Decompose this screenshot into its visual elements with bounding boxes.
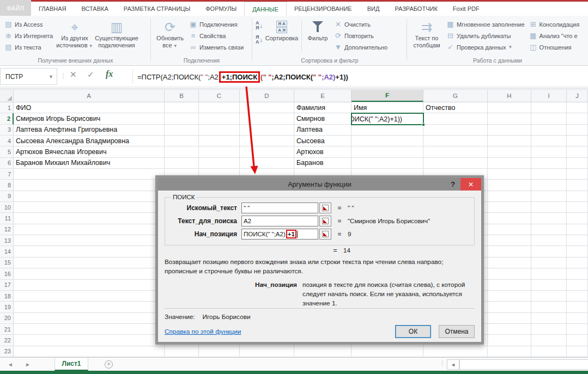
cell-H15[interactable]: [488, 257, 531, 268]
cell-F6[interactable]: [351, 158, 423, 169]
cell-J16[interactable]: [567, 268, 588, 279]
ribbon-button[interactable]: ▥Существующие подключения: [94, 17, 139, 54]
cell-F4[interactable]: [351, 136, 423, 146]
cell-A9[interactable]: [14, 191, 165, 202]
cell-H17[interactable]: [488, 280, 531, 291]
cell-I23[interactable]: [531, 346, 567, 357]
cell-I13[interactable]: [531, 235, 567, 246]
cell-C4[interactable]: [199, 136, 240, 146]
cell-A16[interactable]: [14, 268, 165, 279]
column-header-F[interactable]: F: [351, 90, 423, 102]
cell-H12[interactable]: [488, 224, 531, 235]
cell-C23[interactable]: [199, 346, 240, 357]
cell-B6[interactable]: [165, 158, 199, 169]
ribbon-button[interactable]: ✕Очистить: [332, 19, 390, 30]
cell-A23[interactable]: [14, 346, 165, 357]
row-header-21[interactable]: 21: [0, 324, 14, 335]
column-header-G[interactable]: G: [423, 90, 488, 102]
tab-вид[interactable]: ВИД: [360, 2, 387, 16]
cell-J2[interactable]: [567, 113, 588, 124]
cell-A12[interactable]: [14, 224, 165, 235]
row-header-13[interactable]: 13: [0, 235, 14, 246]
cell-A5[interactable]: Артюхов Вячеслав Игоревич: [14, 146, 165, 157]
cell-H13[interactable]: [488, 235, 531, 246]
cell-I3[interactable]: [531, 125, 567, 136]
cell-J13[interactable]: [567, 235, 588, 246]
cell-H14[interactable]: [488, 246, 531, 257]
name-box-dropdown-icon[interactable]: ▼: [49, 74, 53, 79]
row-header-17[interactable]: 17: [0, 280, 14, 291]
cell-A7[interactable]: [14, 169, 165, 180]
cancel-entry-icon[interactable]: ✕: [70, 70, 77, 79]
dialog-titlebar[interactable]: Аргументы функции ? ✕: [158, 178, 481, 191]
row-header-22[interactable]: 22: [0, 335, 14, 346]
column-header-B[interactable]: B: [165, 90, 199, 102]
cell-C3[interactable]: [199, 125, 240, 136]
collapse-dialog-button[interactable]: [319, 216, 331, 226]
cell-F5[interactable]: [351, 146, 423, 157]
insert-function-icon[interactable]: fx: [106, 69, 113, 79]
column-header-J[interactable]: J: [567, 90, 588, 102]
row-header-16[interactable]: 16: [0, 268, 14, 279]
collapse-dialog-button[interactable]: [319, 203, 331, 213]
cell-H19[interactable]: [488, 302, 531, 312]
ribbon-button[interactable]: ⊟Удалить дубликаты: [444, 30, 527, 41]
row-header-19[interactable]: 19: [0, 302, 14, 312]
cell-J11[interactable]: [567, 213, 588, 224]
cell-H1[interactable]: [488, 102, 531, 113]
cell-H21[interactable]: [488, 324, 531, 335]
function-help-link[interactable]: Справка по этой функции: [165, 328, 241, 335]
cell-I19[interactable]: [531, 302, 567, 312]
cell-B23[interactable]: [165, 346, 199, 357]
ribbon-button[interactable]: ≡Свойства: [187, 30, 246, 41]
ribbon-button[interactable]: ◫Отношения: [527, 41, 582, 53]
cell-D2[interactable]: [240, 113, 294, 124]
row-header-1[interactable]: 1: [0, 102, 14, 113]
cancel-button[interactable]: Отмена: [439, 325, 475, 338]
row-header-10[interactable]: 10: [0, 202, 14, 213]
cell-E1[interactable]: Фамилия: [294, 102, 351, 113]
column-header-I[interactable]: I: [531, 90, 567, 102]
cell-I4[interactable]: [531, 136, 567, 146]
cell-H9[interactable]: [488, 191, 531, 202]
cell-I2[interactable]: [531, 113, 567, 124]
row-header-3[interactable]: 3: [0, 125, 14, 136]
tab-file[interactable]: ФАЙЛ: [0, 0, 31, 16]
collapse-dialog-button[interactable]: [319, 229, 331, 240]
sort-desc-button[interactable]: ЯА↓: [254, 33, 264, 47]
cell-A10[interactable]: [14, 202, 165, 213]
column-header-D[interactable]: D: [240, 90, 294, 102]
cell-E5[interactable]: Артюхов: [294, 146, 351, 157]
cell-F3[interactable]: [351, 125, 423, 136]
select-all-corner[interactable]: [0, 90, 14, 102]
row-header-2[interactable]: 2: [0, 113, 14, 124]
cell-J21[interactable]: [567, 324, 588, 335]
cell-I10[interactable]: [531, 202, 567, 213]
tab-данные[interactable]: ДАННЫЕ: [244, 2, 287, 16]
cell-J9[interactable]: [567, 191, 588, 202]
cell-H22[interactable]: [488, 335, 531, 346]
ribbon-button[interactable]: ⌖Из других источников ▼: [55, 17, 94, 54]
horizontal-scrollbar[interactable]: [459, 359, 588, 370]
cell-J10[interactable]: [567, 202, 588, 213]
cell-A18[interactable]: [14, 291, 165, 302]
cell-J15[interactable]: [567, 257, 588, 268]
argument-input[interactable]: ПОИСК(" ";A2)+1: [241, 229, 318, 240]
cell-A19[interactable]: [14, 302, 165, 312]
tab-вставка[interactable]: ВСТАВКА: [74, 2, 116, 16]
cell-A20[interactable]: [14, 313, 165, 324]
tab-рецензирование[interactable]: РЕЦЕНЗИРОВАНИЕ: [287, 2, 360, 16]
cell-G4[interactable]: [423, 136, 488, 146]
cell-C6[interactable]: [199, 158, 240, 169]
cell-H18[interactable]: [488, 291, 531, 302]
cell-G1[interactable]: Отчество: [423, 102, 488, 113]
row-header-5[interactable]: 5: [0, 146, 14, 157]
cell-J1[interactable]: [567, 102, 588, 113]
cell-I5[interactable]: [531, 146, 567, 157]
cell-J12[interactable]: [567, 224, 588, 235]
cell-D1[interactable]: [240, 102, 294, 113]
ribbon-button[interactable]: ⟳Повторить: [332, 30, 390, 41]
cell-C2[interactable]: [199, 113, 240, 124]
cell-D4[interactable]: [240, 136, 294, 146]
cell-A3[interactable]: Лаптева Алефтина Григорьевна: [14, 125, 165, 136]
